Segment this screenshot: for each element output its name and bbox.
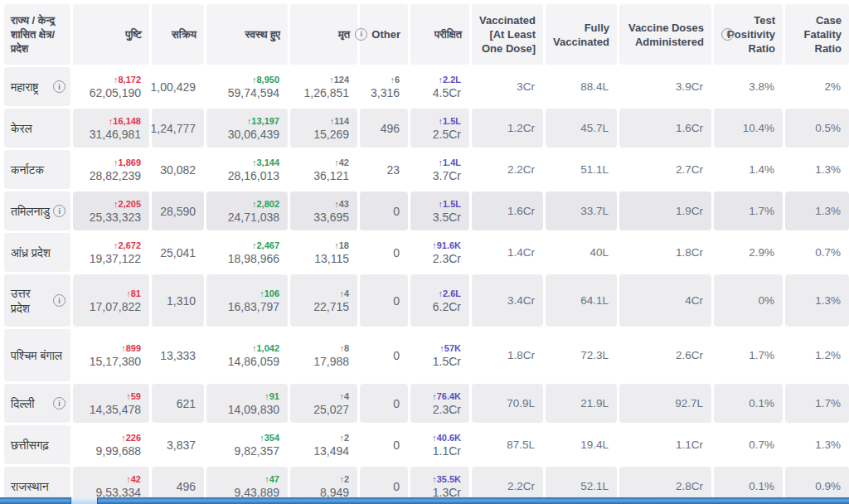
column-header-vaccinated-one-dose[interactable]: Vaccinated [At Least One Dose]	[472, 4, 543, 65]
info-icon[interactable]	[53, 294, 65, 307]
state-name-cell[interactable]: उत्तर प्रदेश	[4, 274, 70, 327]
case-fatality-cell: 1.7%	[785, 384, 849, 423]
info-icon[interactable]	[355, 28, 367, 41]
tested-cell: ↑40.6K 1.1Cr	[410, 425, 469, 464]
state-name-cell[interactable]: आंध्र प्रदेश	[4, 233, 70, 272]
table-row[interactable]: दिल्ली ↑59 14,35,478 621 ↑91 14,09,830 ↑…	[4, 384, 849, 423]
column-header-label: पुष्टि	[125, 27, 142, 41]
other-cell: 0	[360, 329, 408, 381]
deceased-cell: ↑18 13,115	[290, 233, 357, 272]
tested-cell: ↑2.6L 6.2Cr	[410, 274, 469, 327]
vaccinated-one-dose-value: 2.2Cr	[507, 162, 535, 177]
vaccinated-one-dose-cell: 3.4Cr	[472, 274, 543, 327]
doses-administered-cell: 1.8Cr	[619, 233, 711, 272]
test-positivity-cell: 0.1%	[714, 384, 783, 423]
table-row[interactable]: तमिलनाडु ↑2,205 25,33,323 28,590 ↑2,802 …	[4, 191, 849, 230]
deceased-cell: ↑8 17,988	[290, 329, 357, 381]
vaccinated-one-dose-cell: 1.4Cr	[472, 233, 543, 272]
test-positivity-value: 0.1%	[749, 396, 774, 411]
active-cell: 1,24,777	[152, 109, 204, 148]
table-row[interactable]: महाराष्ट्र ↑8,172 62,05,190 1,00,429 ↑8,…	[4, 67, 849, 106]
info-icon[interactable]	[53, 80, 65, 93]
tested-value: 2.5Cr	[433, 127, 461, 142]
column-header-fully-vaccinated[interactable]: Fully Vaccinated	[546, 4, 617, 65]
table-row[interactable]: कर्नाटक ↑1,869 28,82,239 30,082 ↑3,144 2…	[4, 150, 849, 189]
column-header-tested[interactable]: परीक्षित	[410, 4, 469, 65]
test-positivity-cell: 0%	[714, 274, 783, 327]
column-header-active[interactable]: सक्रिय	[152, 4, 204, 65]
other-value: 0	[393, 348, 400, 363]
state-name-cell[interactable]: दिल्ली	[4, 384, 70, 423]
active-value: 1,310	[167, 293, 196, 308]
vaccinated-one-dose-cell: 3Cr	[472, 67, 543, 106]
test-positivity-cell: 3.8%	[714, 67, 783, 106]
confirmed-delta: ↑81	[126, 288, 141, 299]
column-header-case-fatality[interactable]: Case Fatality Ratio	[785, 4, 849, 65]
vaccinated-one-dose-value: 1.8Cr	[507, 348, 535, 363]
doses-administered-cell: 4Cr	[619, 274, 711, 327]
column-header-deceased[interactable]: मृत	[290, 4, 357, 65]
deceased-cell: ↑4 25,027	[290, 384, 357, 423]
confirmed-delta: ↑1,869	[114, 157, 141, 168]
vaccinated-one-dose-cell: 1.8Cr	[472, 329, 543, 381]
case-fatality-cell: 0.7%	[785, 233, 849, 272]
column-header-other[interactable]: Other	[360, 4, 408, 65]
doses-administered-value: 2.8Cr	[676, 479, 703, 494]
other-cell: 0	[360, 425, 408, 464]
deceased-value: 22,715	[313, 299, 349, 314]
vaccinated-one-dose-value: 1.2Cr	[507, 121, 535, 136]
info-icon[interactable]	[53, 205, 65, 217]
doses-administered-cell: 1.1Cr	[619, 425, 711, 464]
confirmed-delta: ↑8,172	[114, 74, 141, 85]
doses-administered-value: 1.6Cr	[676, 121, 703, 136]
confirmed-value: 19,37,122	[90, 251, 141, 266]
test-positivity-cell: 0.7%	[714, 425, 783, 464]
column-header-state[interactable]: राज्य / केन्द्र शासित क्षेत्र/ प्रदेश	[4, 4, 70, 65]
state-name: केरल	[11, 121, 32, 136]
deceased-cell: ↑2 13,494	[290, 425, 357, 464]
case-fatality-cell: 1.3%	[785, 150, 849, 189]
state-name-cell[interactable]: तमिलनाडु	[4, 191, 70, 230]
tested-cell: ↑1.4L 3.7Cr	[410, 150, 469, 189]
tested-value: 6.2Cr	[433, 299, 461, 314]
case-fatality-value: 0.9%	[815, 479, 841, 494]
confirmed-delta: ↑59	[126, 390, 141, 402]
confirmed-cell: ↑2,672 19,37,122	[73, 233, 149, 272]
column-header-doses-administered[interactable]: Vaccine Doses Administered	[619, 4, 711, 65]
active-value: 621	[177, 396, 196, 411]
column-header-recovered[interactable]: स्वस्थ हुए	[206, 4, 288, 65]
scrollbar-thumb[interactable]	[70, 497, 98, 504]
table-row[interactable]: केरल ↑16,148 31,46,981 1,24,777 ↑13,197 …	[4, 109, 849, 148]
state-name-cell[interactable]: छत्तीसगढ़	[4, 425, 70, 464]
deceased-cell: ↑42 36,121	[290, 150, 357, 189]
vaccinated-one-dose-cell: 1.6Cr	[472, 191, 543, 230]
column-header-confirmed[interactable]: पुष्टि	[73, 4, 149, 65]
table-row[interactable]: आंध्र प्रदेश ↑2,672 19,37,122 25,041 ↑2,…	[4, 233, 849, 272]
case-fatality-value: 1.3%	[815, 162, 841, 177]
state-name-cell[interactable]: कर्नाटक	[4, 150, 70, 189]
fully-vaccinated-cell: 88.4L	[546, 67, 617, 106]
state-name: तमिलनाडु	[11, 204, 50, 219]
column-header-test-positivity[interactable]: Test Positivity Ratio	[714, 4, 783, 65]
state-name-cell[interactable]: केरल	[4, 109, 70, 148]
recovered-cell: ↑3,144 28,16,013	[206, 150, 288, 189]
info-icon[interactable]	[53, 397, 65, 410]
test-positivity-value: 0%	[758, 293, 774, 308]
doses-administered-cell: 2.6Cr	[619, 329, 711, 381]
recovered-value: 24,71,038	[228, 210, 279, 225]
confirmed-cell: ↑226 9,99,688	[73, 425, 149, 464]
recovered-value: 9,82,357	[235, 443, 280, 458]
confirmed-delta: ↑2,672	[114, 240, 141, 251]
horizontal-scrollbar[interactable]	[0, 497, 849, 504]
table-row[interactable]: छत्तीसगढ़ ↑226 9,99,688 3,837 ↑354 9,82,…	[4, 425, 849, 464]
table-row[interactable]: पश्चिम बंगाल ↑899 15,17,380 13,333 ↑1,04…	[4, 329, 849, 381]
state-name: राजस्थान	[11, 479, 49, 494]
active-cell: 3,837	[152, 425, 204, 464]
info-icon[interactable]	[721, 28, 734, 41]
recovered-cell: ↑354 9,82,357	[206, 425, 288, 464]
active-cell: 1,310	[152, 274, 204, 327]
table-row[interactable]: उत्तर प्रदेश ↑81 17,07,822 1,310 ↑106 16…	[4, 274, 849, 327]
state-name-cell[interactable]: पश्चिम बंगाल	[4, 329, 70, 381]
state-name-cell[interactable]: महाराष्ट्र	[4, 67, 70, 106]
active-value: 30,082	[160, 162, 196, 177]
